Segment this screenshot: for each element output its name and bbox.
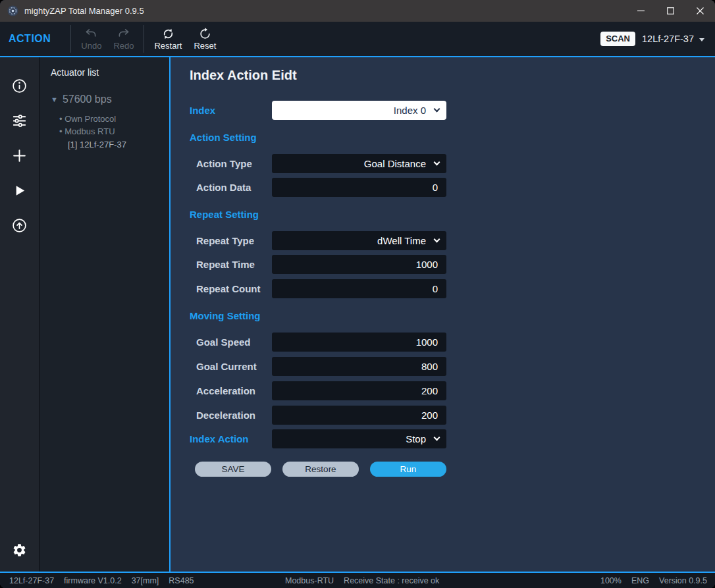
baud-rate-node[interactable]: ▼ 57600 bps xyxy=(51,94,169,105)
gear-icon xyxy=(12,543,27,558)
action-data-input[interactable] xyxy=(272,178,446,197)
index-label: Index xyxy=(190,105,272,116)
app-logo-icon xyxy=(7,5,18,16)
scan-button[interactable]: SCAN xyxy=(600,32,635,46)
toolbar-right-group: SCAN 12Lf-27F-37 xyxy=(600,32,704,46)
moving-setting-title: Moving Setting xyxy=(190,309,715,323)
action-data-row: Action Data xyxy=(190,178,715,197)
index-select[interactable]: Index 0 xyxy=(272,101,446,120)
chevron-down-icon xyxy=(434,435,440,441)
save-button[interactable]: SAVE xyxy=(195,462,271,477)
restore-button[interactable]: Restore xyxy=(282,462,359,477)
action-setting-title: Action Setting xyxy=(190,131,715,144)
restart-button[interactable]: Restart xyxy=(148,22,188,56)
status-firmware: firmware V1.0.2 xyxy=(64,576,122,585)
action-data-label: Action Data xyxy=(190,182,272,193)
repeat-time-input[interactable] xyxy=(272,255,446,274)
status-protocol: Modbus-RTU xyxy=(285,576,334,585)
protocol-node-own[interactable]: Own Protocol xyxy=(59,113,169,125)
chevron-down-icon xyxy=(434,106,440,113)
status-percent: 100% xyxy=(600,576,622,585)
page-title: Index Action Eidt xyxy=(190,67,715,84)
baud-rate-label: 57600 bps xyxy=(63,94,112,105)
close-icon xyxy=(697,7,704,14)
sidebar-item-info[interactable] xyxy=(11,77,28,94)
device-selector-dropdown[interactable]: 12Lf-27F-37 xyxy=(642,34,704,44)
action-type-select[interactable]: Goal Distance xyxy=(272,154,446,173)
undo-button[interactable]: Undo xyxy=(75,22,107,56)
sidebar-item-upload[interactable] xyxy=(11,217,28,234)
sidebar-item-settings[interactable] xyxy=(11,112,28,129)
undo-label: Undo xyxy=(81,41,101,51)
goal-speed-input[interactable] xyxy=(272,333,446,352)
undo-icon xyxy=(84,27,98,41)
acceleration-row: Acceleration xyxy=(190,381,715,400)
index-action-edit-panel: Index Action Eidt Index Index 0 Action S… xyxy=(171,57,715,572)
sliders-icon xyxy=(11,113,28,129)
plus-icon xyxy=(11,147,28,164)
chevron-down-icon xyxy=(434,236,440,243)
app-body: Actuator list ▼ 57600 bps Own Protocol M… xyxy=(0,57,715,572)
goal-speed-row: Goal Speed xyxy=(190,333,715,352)
redo-button[interactable]: Redo xyxy=(107,22,140,56)
status-language: ENG xyxy=(631,576,649,585)
repeat-setting-title: Repeat Setting xyxy=(190,208,715,221)
goal-speed-label: Goal Speed xyxy=(190,336,272,348)
status-device: 12Lf-27F-37 xyxy=(9,576,54,585)
icon-sidebar xyxy=(0,57,40,572)
toolbar: ACTION Undo Redo Restart xyxy=(0,22,715,56)
device-selector-value: 12Lf-27F-37 xyxy=(642,34,694,44)
redo-icon xyxy=(117,27,130,41)
index-action-select[interactable]: Stop xyxy=(272,429,446,448)
minimize-icon xyxy=(637,7,645,14)
statusbar: 12Lf-27F-37 firmware V1.0.2 37[mm] RS485… xyxy=(0,573,715,588)
repeat-time-row: Repeat Time xyxy=(190,255,715,274)
deceleration-input[interactable] xyxy=(272,406,446,425)
repeat-type-row: Repeat Type dWell Time xyxy=(190,231,715,250)
restart-label: Restart xyxy=(154,41,182,51)
protocol-node-modbus[interactable]: Modbus RTU xyxy=(59,125,169,138)
action-type-row: Action Type Goal Distance xyxy=(190,154,715,173)
index-select-value: Index 0 xyxy=(394,105,426,116)
repeat-type-value: dWell Time xyxy=(377,235,426,246)
repeat-type-select[interactable]: dWell Time xyxy=(272,231,446,250)
device-node[interactable]: [1] 12Lf-27F-37 xyxy=(68,138,169,151)
acceleration-input[interactable] xyxy=(272,381,446,400)
mode-label: ACTION xyxy=(9,33,51,45)
reset-button[interactable]: Reset xyxy=(188,22,222,56)
app-window: mightyZAP Total Manager 0.9.5 ACTION Und… xyxy=(0,0,715,588)
status-interface: RS485 xyxy=(169,576,194,585)
repeat-count-input[interactable] xyxy=(272,279,446,298)
chevron-down-icon xyxy=(699,38,704,41)
close-button[interactable] xyxy=(685,0,715,22)
statusbar-center-group: Modbus-RTU Receive State : receive ok xyxy=(285,576,439,585)
form-button-row: SAVE Restore Run xyxy=(195,462,715,477)
index-action-row: Index Action Stop xyxy=(190,429,715,448)
action-type-label: Action Type xyxy=(190,158,272,169)
status-stroke: 37[mm] xyxy=(132,576,159,585)
run-button[interactable]: Run xyxy=(370,462,446,477)
toolbar-divider xyxy=(70,25,71,53)
goal-current-row: Goal Current xyxy=(190,357,715,376)
goal-current-input[interactable] xyxy=(272,357,446,376)
repeat-time-label: Repeat Time xyxy=(190,259,272,270)
collapse-triangle-icon: ▼ xyxy=(51,95,58,103)
actuator-list-panel: Actuator list ▼ 57600 bps Own Protocol M… xyxy=(40,57,169,572)
statusbar-left-group: 12Lf-27F-37 firmware V1.0.2 37[mm] RS485 xyxy=(9,576,194,585)
action-type-value: Goal Distance xyxy=(364,158,426,169)
status-receive-state: Receive State : receive ok xyxy=(344,576,439,585)
sidebar-item-add[interactable] xyxy=(11,147,28,164)
maximize-button[interactable] xyxy=(656,0,685,22)
repeat-count-label: Repeat Count xyxy=(190,283,272,294)
chevron-down-icon xyxy=(434,159,440,166)
redo-label: Redo xyxy=(113,41,134,51)
minimize-button[interactable] xyxy=(626,0,656,22)
sidebar-item-run[interactable] xyxy=(11,182,28,199)
titlebar: mightyZAP Total Manager 0.9.5 xyxy=(0,0,715,22)
deceleration-label: Deceleration xyxy=(190,410,272,421)
restart-icon xyxy=(161,27,175,41)
sidebar-item-preferences[interactable] xyxy=(11,541,28,558)
actuator-list-title: Actuator list xyxy=(51,67,169,78)
acceleration-label: Acceleration xyxy=(190,385,272,396)
index-row: Index Index 0 xyxy=(190,101,715,120)
